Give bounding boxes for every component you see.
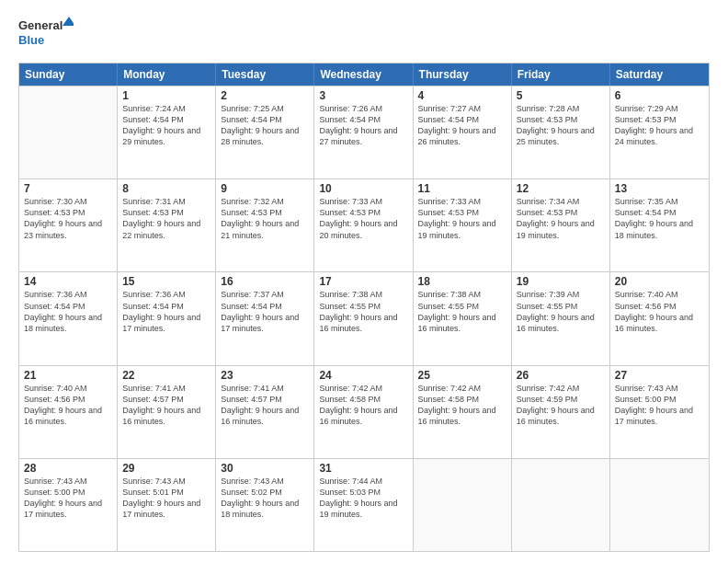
cal-cell-25: 25 Sunrise: 7:42 AMSunset: 4:58 PMDaylig… [414, 366, 512, 458]
day-number: 5 [517, 89, 605, 102]
day-number: 1 [122, 89, 210, 102]
day-number: 29 [122, 462, 210, 475]
day-info: Sunrise: 7:30 AMSunset: 4:53 PMDaylight:… [24, 196, 112, 241]
cal-cell-15: 15 Sunrise: 7:36 AMSunset: 4:54 PMDaylig… [118, 272, 216, 364]
day-number: 11 [418, 182, 506, 195]
calendar-row-1: 1 Sunrise: 7:24 AMSunset: 4:54 PMDayligh… [19, 86, 709, 178]
day-number: 23 [221, 369, 309, 382]
cal-cell-1: 1 Sunrise: 7:24 AMSunset: 4:54 PMDayligh… [118, 86, 216, 178]
day-number: 31 [319, 462, 407, 475]
page: General Blue SundayMondayTuesdayWednesda… [0, 0, 728, 563]
day-number: 28 [24, 462, 112, 475]
day-info: Sunrise: 7:36 AMSunset: 4:54 PMDaylight:… [24, 289, 112, 334]
cal-cell-empty-0-0 [19, 86, 118, 178]
day-number: 6 [615, 89, 704, 102]
day-number: 7 [24, 182, 112, 195]
cal-cell-14: 14 Sunrise: 7:36 AMSunset: 4:54 PMDaylig… [19, 272, 118, 364]
day-info: Sunrise: 7:27 AMSunset: 4:54 PMDaylight:… [418, 103, 506, 148]
cal-cell-8: 8 Sunrise: 7:31 AMSunset: 4:53 PMDayligh… [118, 179, 216, 271]
day-number: 24 [319, 369, 407, 382]
day-info: Sunrise: 7:40 AMSunset: 4:56 PMDaylight:… [615, 289, 704, 334]
day-number: 20 [615, 275, 704, 288]
header-day-wednesday: Wednesday [314, 63, 413, 86]
day-info: Sunrise: 7:26 AMSunset: 4:54 PMDaylight:… [319, 103, 407, 148]
cal-cell-empty-4-6 [610, 459, 709, 551]
day-info: Sunrise: 7:31 AMSunset: 4:53 PMDaylight:… [122, 196, 210, 241]
day-info: Sunrise: 7:38 AMSunset: 4:55 PMDaylight:… [319, 289, 407, 334]
cal-cell-26: 26 Sunrise: 7:42 AMSunset: 4:59 PMDaylig… [512, 366, 610, 458]
svg-marker-2 [63, 17, 74, 26]
cal-cell-20: 20 Sunrise: 7:40 AMSunset: 4:56 PMDaylig… [610, 272, 709, 364]
cal-cell-6: 6 Sunrise: 7:29 AMSunset: 4:53 PMDayligh… [610, 86, 709, 178]
cal-cell-19: 19 Sunrise: 7:39 AMSunset: 4:55 PMDaylig… [512, 272, 610, 364]
day-number: 25 [418, 369, 506, 382]
day-info: Sunrise: 7:38 AMSunset: 4:55 PMDaylight:… [418, 289, 506, 334]
cal-cell-13: 13 Sunrise: 7:35 AMSunset: 4:54 PMDaylig… [610, 179, 709, 271]
day-info: Sunrise: 7:42 AMSunset: 4:58 PMDaylight:… [319, 383, 407, 428]
day-number: 8 [122, 182, 210, 195]
day-info: Sunrise: 7:41 AMSunset: 4:57 PMDaylight:… [221, 383, 309, 428]
cal-cell-24: 24 Sunrise: 7:42 AMSunset: 4:58 PMDaylig… [314, 366, 413, 458]
day-number: 16 [221, 275, 309, 288]
cal-cell-12: 12 Sunrise: 7:34 AMSunset: 4:53 PMDaylig… [512, 179, 610, 271]
cal-cell-30: 30 Sunrise: 7:43 AMSunset: 5:02 PMDaylig… [216, 459, 314, 551]
svg-text:Blue: Blue [18, 33, 44, 47]
cal-cell-27: 27 Sunrise: 7:43 AMSunset: 5:00 PMDaylig… [610, 366, 709, 458]
header-day-saturday: Saturday [610, 63, 709, 86]
day-info: Sunrise: 7:33 AMSunset: 4:53 PMDaylight:… [319, 196, 407, 241]
day-info: Sunrise: 7:29 AMSunset: 4:53 PMDaylight:… [615, 103, 704, 148]
logo-svg: General Blue [18, 15, 74, 53]
calendar: SundayMondayTuesdayWednesdayThursdayFrid… [18, 63, 710, 552]
cal-cell-empty-4-5 [512, 459, 610, 551]
calendar-header: SundayMondayTuesdayWednesdayThursdayFrid… [19, 63, 709, 86]
cal-cell-21: 21 Sunrise: 7:40 AMSunset: 4:56 PMDaylig… [19, 366, 118, 458]
day-info: Sunrise: 7:28 AMSunset: 4:53 PMDaylight:… [517, 103, 605, 148]
day-number: 13 [615, 182, 704, 195]
cal-cell-23: 23 Sunrise: 7:41 AMSunset: 4:57 PMDaylig… [216, 366, 314, 458]
day-number: 14 [24, 275, 112, 288]
calendar-body: 1 Sunrise: 7:24 AMSunset: 4:54 PMDayligh… [19, 86, 709, 551]
cal-cell-17: 17 Sunrise: 7:38 AMSunset: 4:55 PMDaylig… [314, 272, 413, 364]
day-info: Sunrise: 7:34 AMSunset: 4:53 PMDaylight:… [517, 196, 605, 241]
day-number: 3 [319, 89, 407, 102]
day-number: 26 [517, 369, 605, 382]
header: General Blue [18, 15, 710, 53]
cal-cell-3: 3 Sunrise: 7:26 AMSunset: 4:54 PMDayligh… [314, 86, 413, 178]
day-number: 12 [517, 182, 605, 195]
calendar-row-2: 7 Sunrise: 7:30 AMSunset: 4:53 PMDayligh… [19, 178, 709, 271]
logo: General Blue [18, 15, 74, 53]
day-number: 21 [24, 369, 112, 382]
day-info: Sunrise: 7:44 AMSunset: 5:03 PMDaylight:… [319, 476, 407, 521]
calendar-row-3: 14 Sunrise: 7:36 AMSunset: 4:54 PMDaylig… [19, 271, 709, 364]
cal-cell-22: 22 Sunrise: 7:41 AMSunset: 4:57 PMDaylig… [118, 366, 216, 458]
day-info: Sunrise: 7:39 AMSunset: 4:55 PMDaylight:… [517, 289, 605, 334]
day-info: Sunrise: 7:24 AMSunset: 4:54 PMDaylight:… [122, 103, 210, 148]
cal-cell-28: 28 Sunrise: 7:43 AMSunset: 5:00 PMDaylig… [19, 459, 118, 551]
day-number: 17 [319, 275, 407, 288]
day-info: Sunrise: 7:43 AMSunset: 5:01 PMDaylight:… [122, 476, 210, 521]
day-info: Sunrise: 7:35 AMSunset: 4:54 PMDaylight:… [615, 196, 704, 241]
cal-cell-2: 2 Sunrise: 7:25 AMSunset: 4:54 PMDayligh… [216, 86, 314, 178]
day-info: Sunrise: 7:43 AMSunset: 5:02 PMDaylight:… [221, 476, 309, 521]
cal-cell-29: 29 Sunrise: 7:43 AMSunset: 5:01 PMDaylig… [118, 459, 216, 551]
day-number: 15 [122, 275, 210, 288]
svg-text:General: General [18, 18, 63, 32]
header-day-thursday: Thursday [414, 63, 512, 86]
header-day-friday: Friday [512, 63, 610, 86]
day-number: 22 [122, 369, 210, 382]
day-number: 19 [517, 275, 605, 288]
day-info: Sunrise: 7:25 AMSunset: 4:54 PMDaylight:… [221, 103, 309, 148]
day-info: Sunrise: 7:42 AMSunset: 4:58 PMDaylight:… [418, 383, 506, 428]
header-day-monday: Monday [118, 63, 216, 86]
cal-cell-31: 31 Sunrise: 7:44 AMSunset: 5:03 PMDaylig… [314, 459, 413, 551]
calendar-row-4: 21 Sunrise: 7:40 AMSunset: 4:56 PMDaylig… [19, 365, 709, 458]
day-info: Sunrise: 7:43 AMSunset: 5:00 PMDaylight:… [615, 383, 704, 428]
day-number: 2 [221, 89, 309, 102]
day-info: Sunrise: 7:42 AMSunset: 4:59 PMDaylight:… [517, 383, 605, 428]
day-info: Sunrise: 7:40 AMSunset: 4:56 PMDaylight:… [24, 383, 112, 428]
day-number: 4 [418, 89, 506, 102]
day-info: Sunrise: 7:37 AMSunset: 4:54 PMDaylight:… [221, 289, 309, 334]
cal-cell-16: 16 Sunrise: 7:37 AMSunset: 4:54 PMDaylig… [216, 272, 314, 364]
day-number: 10 [319, 182, 407, 195]
day-info: Sunrise: 7:32 AMSunset: 4:53 PMDaylight:… [221, 196, 309, 241]
